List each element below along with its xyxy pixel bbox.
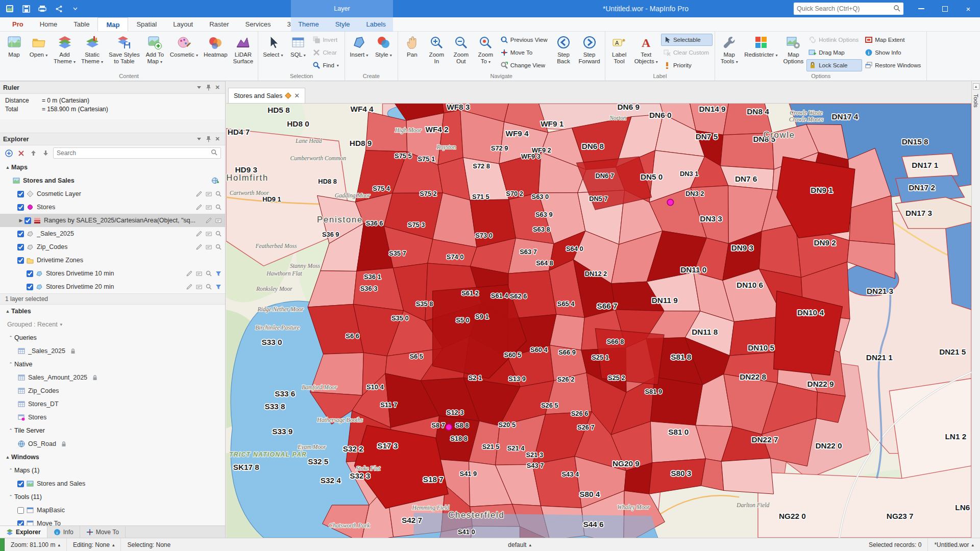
zoom-to-button[interactable]: Zoom To ▾ xyxy=(474,33,498,72)
panel-tab-info[interactable]: iInfo xyxy=(47,526,80,538)
tables-grouping[interactable]: Grouped : Recent▾ xyxy=(0,318,225,331)
zip-region[interactable] xyxy=(759,224,801,277)
group-chevron-icon[interactable]: ⌃ xyxy=(7,362,14,367)
tab-raster[interactable]: Raster xyxy=(201,17,237,31)
layer-row-stores[interactable]: Stores xyxy=(0,201,225,214)
step-back-button[interactable]: Step Back xyxy=(551,33,575,72)
window-group-maps[interactable]: ⌃Maps (1) xyxy=(0,464,225,477)
move-down-icon[interactable] xyxy=(41,148,50,158)
layer-row-sales-2025[interactable]: _Sales_2025 xyxy=(0,227,225,240)
pin-icon[interactable] xyxy=(204,135,213,143)
map-canvas[interactable]: WF8 3DN6 9DN14 9DN8 4DN17 4DN15 8DN17 1D… xyxy=(226,104,971,538)
tab-style[interactable]: Style xyxy=(327,17,358,31)
table-row-stores[interactable]: Stores xyxy=(0,411,225,424)
window-checkbox[interactable] xyxy=(17,520,24,526)
open-button[interactable]: Open ▾ xyxy=(27,33,51,72)
table-row-os-road[interactable]: OS_Road xyxy=(0,437,225,450)
sql-button[interactable]: SQL ▾ xyxy=(286,33,310,72)
layer-row-ranges-by-sales-20[interactable]: ▶Ranges by SALES_2025/CartesianArea(Obje… xyxy=(0,214,225,227)
quick-search[interactable] xyxy=(794,3,903,15)
static-theme-button[interactable]: Static Theme ▾ xyxy=(79,33,106,72)
window-checkbox[interactable] xyxy=(17,481,24,487)
panel-tab-move-to[interactable]: Move To xyxy=(80,526,126,538)
layer-checkbox[interactable] xyxy=(27,284,33,290)
expand-chevron-icon[interactable]: ▶ xyxy=(17,218,24,223)
close-icon[interactable]: ✕ xyxy=(213,135,222,143)
tab-table[interactable]: Table xyxy=(65,17,97,31)
chevron-down-icon[interactable] xyxy=(194,135,204,143)
clear-button[interactable]: Clear xyxy=(310,46,342,59)
style-button[interactable]: Style ▾ xyxy=(372,33,396,72)
table-row-zip-codes[interactable]: Zip_Codes xyxy=(0,384,225,397)
group-chevron-icon[interactable]: ⌃ xyxy=(7,335,14,340)
store-point[interactable] xyxy=(446,424,452,430)
app-icon[interactable] xyxy=(5,4,14,13)
pin-icon[interactable] xyxy=(204,84,213,92)
group-chevron-icon[interactable]: ⌃ xyxy=(7,494,14,499)
layer-checkbox[interactable] xyxy=(24,217,31,224)
close-icon[interactable]: ✕ xyxy=(213,84,222,92)
layer-row-stores-drivetime-2[interactable]: Stores Drivetime 20 min xyxy=(0,280,225,293)
zip-region[interactable] xyxy=(508,238,554,273)
customize-toolbar-chevron-icon[interactable] xyxy=(70,4,80,13)
window-checkbox[interactable] xyxy=(17,507,24,514)
group-chevron-icon[interactable]: ⌃ xyxy=(7,468,14,473)
layer-row-drivetime-zones[interactable]: Drivetime Zones xyxy=(0,254,225,267)
tab-pro[interactable]: Pro xyxy=(4,17,32,31)
explorer-search-input[interactable] xyxy=(57,149,211,157)
layer-row-cosmetic-layer[interactable]: Cosmetic Layer xyxy=(0,187,225,201)
layer-row-zip-codes[interactable]: Zip_Codes xyxy=(0,240,225,254)
explorer-search[interactable] xyxy=(53,147,221,159)
maximize-button[interactable] xyxy=(933,0,957,17)
table-row-sales-amount-2025[interactable]: Sales_Amount_2025 xyxy=(0,371,225,384)
invert-button[interactable]: Invert xyxy=(310,34,342,46)
clear-custom-button[interactable]: Clear Custom xyxy=(661,46,713,59)
layer-checkbox[interactable] xyxy=(17,257,24,264)
window-row-mapbasic[interactable]: MapBasic xyxy=(0,504,225,517)
close-button[interactable]: × xyxy=(957,0,980,17)
window-group-tools[interactable]: ⌃Tools (11) xyxy=(0,490,225,504)
table-group-native[interactable]: ⌃Native xyxy=(0,358,225,371)
print-icon[interactable] xyxy=(38,4,47,13)
layer-checkbox[interactable] xyxy=(27,270,33,277)
section-chevron-icon[interactable]: ▲ xyxy=(4,455,11,460)
search-icon[interactable] xyxy=(893,5,900,13)
map-node-row[interactable]: Stores and Sales xyxy=(0,174,225,187)
layer-row-stores-drivetime-1[interactable]: Stores Drivetime 10 min xyxy=(0,267,225,280)
tab-home[interactable]: Home xyxy=(32,17,66,31)
minimize-button[interactable] xyxy=(910,0,933,17)
select-button[interactable]: Select ▾ xyxy=(260,33,285,72)
restore-windows-button[interactable]: Restore Windows xyxy=(863,59,924,71)
zip-region[interactable] xyxy=(721,458,773,494)
status-workspace[interactable]: *Untitled.wor▴ xyxy=(928,538,980,551)
status-style-default[interactable]: default▴ xyxy=(502,538,537,551)
priority-button[interactable]: Priority xyxy=(661,59,713,71)
move-to-button[interactable]: Move To xyxy=(498,46,551,59)
tab-spatial[interactable]: Spatial xyxy=(128,17,165,31)
map-tools-button[interactable]: Map Tools ▾ xyxy=(717,33,741,72)
map-button[interactable]: Map xyxy=(2,33,26,72)
tab-services[interactable]: Services xyxy=(237,17,279,31)
pan-button[interactable]: Pan xyxy=(400,33,424,72)
layer-checkbox[interactable] xyxy=(17,244,24,251)
chevron-down-icon[interactable] xyxy=(194,84,204,92)
group-chevron-icon[interactable]: ⌃ xyxy=(7,428,14,433)
show-info-button[interactable]: iShow Info xyxy=(863,46,924,59)
heatmap-button[interactable]: Heatmap xyxy=(201,33,230,72)
hotlink-options-button[interactable]: Hotlink Options xyxy=(806,34,862,46)
section-chevron-icon[interactable]: ▲ xyxy=(4,309,11,314)
lock-scale-button[interactable]: Lock Scale xyxy=(806,59,862,71)
layer-checkbox[interactable] xyxy=(17,191,24,197)
layer-checkbox[interactable] xyxy=(17,204,24,211)
layer-checkbox[interactable] xyxy=(17,231,24,237)
zip-region[interactable] xyxy=(650,377,702,425)
table-group-tile-server[interactable]: ⌃Tile Server xyxy=(0,424,225,437)
map-options-button[interactable]: Map Options xyxy=(781,33,806,72)
tab-map[interactable]: Map xyxy=(97,17,128,31)
window-row-stores-and-sales[interactable]: Stores and Sales xyxy=(0,477,225,490)
drag-map-button[interactable]: Drag Map xyxy=(806,46,862,59)
strip-expand-icon[interactable]: ▲ xyxy=(973,83,979,90)
move-up-icon[interactable] xyxy=(29,148,38,158)
grouping-dropdown-icon[interactable]: ▾ xyxy=(58,322,65,327)
document-tab[interactable]: Stores and Sales ✕ xyxy=(228,88,305,103)
